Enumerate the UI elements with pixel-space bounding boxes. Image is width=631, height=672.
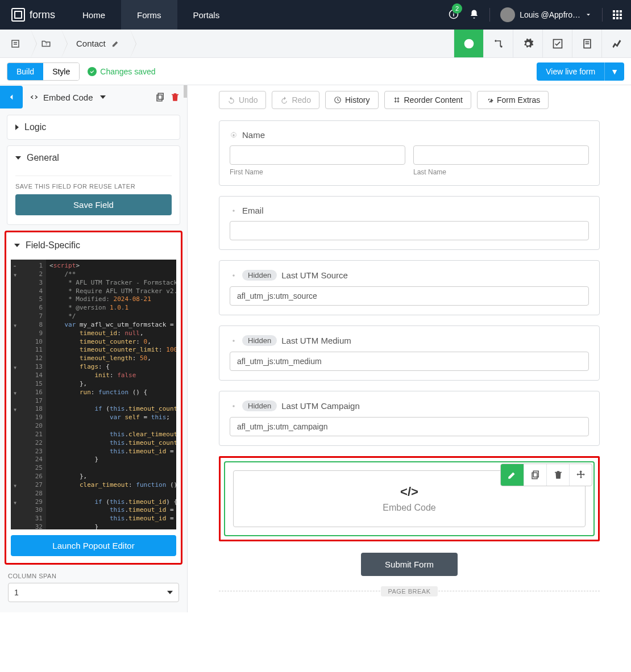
- nav-separator: [602, 8, 603, 22]
- view-live-group: View live form ▼: [537, 62, 624, 81]
- info-icon[interactable]: 2: [449, 9, 459, 21]
- field-embed-code[interactable]: </> Embed Code: [224, 461, 595, 536]
- save-field-button[interactable]: Save Field: [15, 194, 172, 215]
- svg-point-20: [233, 405, 235, 407]
- nav-home[interactable]: Home: [67, 0, 121, 30]
- field-utm-medium[interactable]: HiddenLast UTM Medium afl_utm_js:utm_med…: [219, 325, 600, 381]
- field-email[interactable]: Email: [219, 196, 600, 250]
- panel-field-specific-head[interactable]: Field-Specific: [11, 235, 176, 256]
- history-button[interactable]: History: [325, 91, 379, 109]
- build-style-toggle: Build Style: [7, 62, 80, 81]
- redo-button[interactable]: Redo: [272, 91, 319, 109]
- gear-icon: [230, 402, 238, 410]
- check-icon: [88, 67, 97, 76]
- svg-point-19: [233, 340, 235, 342]
- sidebar-title: Embed Code: [43, 93, 93, 102]
- svg-point-18: [233, 274, 235, 277]
- tool-check-icon[interactable]: [542, 30, 572, 57]
- build-button[interactable]: Build: [7, 63, 43, 80]
- email-input[interactable]: [230, 221, 589, 240]
- launch-popout-button[interactable]: Launch Popout Editor: [11, 535, 176, 556]
- embed-actions: [500, 464, 592, 486]
- svg-rect-13: [158, 93, 163, 99]
- first-name-input[interactable]: [230, 145, 405, 165]
- move-icon[interactable]: [569, 464, 592, 486]
- chevron-down-icon: [167, 591, 173, 594]
- panel-field-specific: Field-Specific ⁃1▾234567▾89101112▾131415…: [5, 231, 182, 565]
- avatar: [500, 7, 515, 22]
- tool-doc-icon[interactable]: [572, 30, 601, 57]
- svg-rect-21: [533, 471, 538, 477]
- nav-portals[interactable]: Portals: [177, 0, 236, 30]
- content-toolbar: Undo Redo History Reorder Content Form E…: [219, 91, 600, 109]
- save-hint: SAVE THIS FIELD FOR REUSE LATER: [15, 183, 172, 190]
- panel-logic[interactable]: Logic: [7, 115, 180, 140]
- secondary-toolbar: ? Contact: [0, 30, 631, 58]
- field-utm-campaign[interactable]: HiddenLast UTM Campaign afl_utm_js:utm_c…: [219, 391, 600, 446]
- edit-icon[interactable]: [501, 464, 524, 486]
- svg-text:?: ?: [45, 42, 48, 46]
- breadcrumb-root[interactable]: [0, 30, 31, 57]
- form-canvas: Undo Redo History Reorder Content Form E…: [188, 85, 631, 612]
- tool-build-icon[interactable]: [454, 30, 483, 57]
- trash-icon[interactable]: [170, 92, 180, 102]
- page-break[interactable]: PAGE BREAK: [219, 586, 600, 595]
- tool-flow-icon[interactable]: [483, 30, 513, 57]
- top-nav: forms Home Forms Portals 2 Louis @Appfro…: [0, 0, 631, 30]
- svg-rect-14: [157, 95, 162, 101]
- trash-icon[interactable]: [546, 464, 569, 486]
- svg-point-17: [233, 210, 235, 212]
- scrollbar[interactable]: [184, 85, 187, 98]
- sidebar: Embed Code Logic General SAVE THIS FIELD…: [0, 85, 188, 612]
- gear-icon: [230, 272, 238, 279]
- extras-button[interactable]: Form Extras: [477, 91, 549, 109]
- column-span-label: COLUMN SPAN: [0, 573, 187, 579]
- logo-icon: [11, 8, 25, 22]
- pencil-icon[interactable]: [111, 39, 120, 48]
- user-name: Louis @Appfro…: [520, 10, 580, 19]
- saved-status: Changes saved: [88, 67, 155, 76]
- chevron-down-icon: [585, 11, 592, 18]
- embed-label: Embed Code: [247, 503, 571, 513]
- panel-general: General SAVE THIS FIELD FOR REUSE LATER …: [7, 145, 180, 225]
- column-span-select[interactable]: 1: [8, 583, 179, 602]
- bell-icon[interactable]: [469, 9, 479, 21]
- embed-highlight: </> Embed Code: [219, 456, 600, 541]
- field-utm-source[interactable]: HiddenLast UTM Source afl_utm_js:utm_sou…: [219, 260, 600, 315]
- gear-icon: [230, 337, 238, 345]
- svg-point-16: [233, 134, 235, 136]
- utm-medium-value: afl_utm_js:utm_medium: [230, 352, 589, 371]
- back-button[interactable]: [0, 86, 23, 108]
- view-live-dropdown[interactable]: ▼: [604, 62, 624, 81]
- tool-analytics-icon[interactable]: [601, 30, 631, 57]
- code-icon: </>: [247, 485, 571, 499]
- brand-text: forms: [30, 9, 55, 21]
- svg-rect-22: [532, 473, 537, 479]
- gear-icon: [230, 207, 238, 215]
- reorder-button[interactable]: Reorder Content: [384, 91, 472, 109]
- view-live-button[interactable]: View live form: [537, 62, 604, 81]
- brand-logo[interactable]: forms: [0, 8, 67, 22]
- submit-button[interactable]: Submit Form: [361, 553, 458, 576]
- apps-icon[interactable]: [613, 10, 622, 19]
- nav-forms[interactable]: Forms: [121, 0, 177, 30]
- notif-count: 2: [452, 3, 462, 14]
- utm-source-value: afl_utm_js:utm_source: [230, 286, 589, 306]
- chevron-down-icon[interactable]: [100, 95, 106, 99]
- code-editor[interactable]: ⁃1▾234567▾89101112▾131415▾1617▾181920212…: [11, 260, 176, 529]
- field-name[interactable]: Name First Name Last Name: [219, 120, 600, 186]
- tool-settings-icon[interactable]: [513, 30, 542, 57]
- undo-button[interactable]: Undo: [219, 91, 266, 109]
- last-name-input[interactable]: [413, 145, 589, 165]
- style-button[interactable]: Style: [43, 63, 79, 80]
- user-menu[interactable]: Louis @Appfro…: [500, 7, 592, 22]
- utm-campaign-value: afl_utm_js:utm_campaign: [230, 417, 589, 436]
- nav-separator: [489, 8, 490, 22]
- copy-icon[interactable]: [524, 464, 546, 486]
- panel-general-head[interactable]: General: [7, 146, 180, 170]
- breadcrumb-title[interactable]: Contact: [61, 30, 130, 57]
- copy-icon[interactable]: [155, 92, 165, 102]
- form-title: Contact: [76, 39, 106, 48]
- svg-rect-1: [453, 13, 454, 16]
- svg-point-7: [495, 40, 496, 41]
